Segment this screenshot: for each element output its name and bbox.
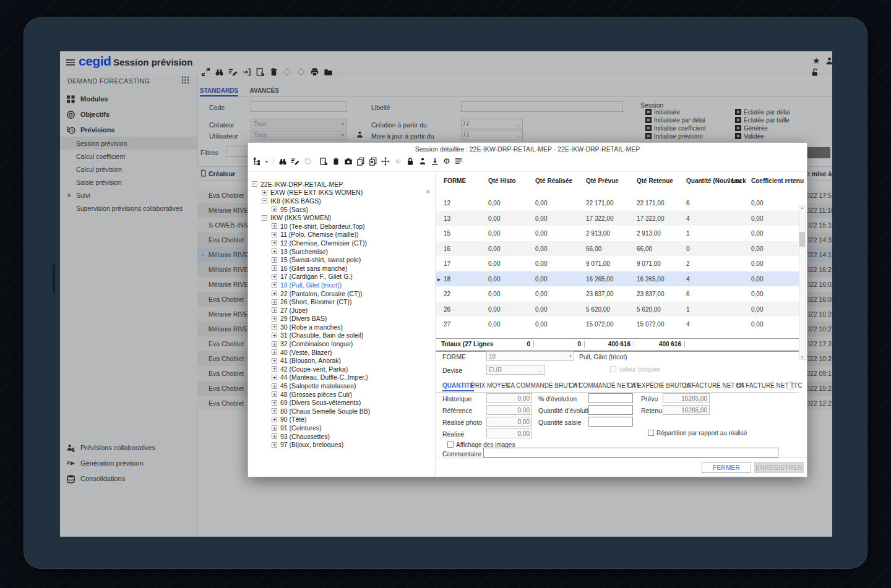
column-header[interactable]: Coefficient retenu [751,177,804,184]
tree-item[interactable]: + 12 (Chemise, Chemisier (CT)) [248,239,435,247]
valeur-bloquee-checkbox[interactable] [610,366,616,372]
tree-item[interactable]: + 90 (Tête) [248,415,435,424]
tree-item[interactable]: − IKW (IKKS WOMEN) [248,213,435,222]
list-menu-icon[interactable] [454,157,463,166]
chevron-down-icon[interactable]: ▾ [265,159,268,164]
retenu-input[interactable]: 16265,00 [663,405,710,415]
prevu-input[interactable]: 16265,00 [663,393,710,403]
column-header[interactable]: Qté Histo [488,177,515,184]
evolution-input[interactable] [588,393,633,403]
devise-select[interactable]: EUR... [486,365,545,375]
tree-expander-icon[interactable]: + [272,333,277,338]
search-binoculars-icon[interactable] [278,157,287,166]
tree-expander-icon[interactable]: − [262,215,267,221]
affichage-images-checkbox[interactable] [447,441,454,448]
tree-expander-icon[interactable]: + [272,282,277,288]
reference-input[interactable]: 0,00 [486,405,532,415]
tree-item[interactable]: + 30 (Robe a manches) [248,323,435,331]
tree-item[interactable]: + 26 (Short, Bloomer (CT)) [248,297,435,306]
table-row[interactable]: 12 0,00 0,00 22 171,00 22 171,00 6 0,00 [436,195,799,211]
tree-item[interactable]: + 42 (Coupe-vent, Parka) [248,365,435,373]
realise-photo-input[interactable]: 0,00 [486,417,532,427]
tree-expander-icon[interactable]: + [272,307,277,313]
tree-expander-icon[interactable]: + [272,366,277,372]
tree-item[interactable]: + 40 (Veste, Blazer) [248,348,435,357]
download-icon[interactable] [431,157,439,166]
realise-input[interactable]: 0,00 [486,428,532,438]
tree-expander-icon[interactable]: + [272,433,277,439]
scroll-down-icon[interactable]: ▼ [799,356,805,359]
tree-item[interactable]: − 22E-IKW-DRP-RETAIL-MEP [248,180,435,189]
settings-gear-icon[interactable]: ⚙ [443,157,450,166]
tree-expander-icon[interactable]: + [272,358,277,364]
tree-item[interactable]: + 45 (Salopette matelassee) [248,381,435,390]
tree-expander-icon[interactable]: + [272,391,277,397]
circle-chevron-icon[interactable]: › [786,381,795,390]
copy-image-icon[interactable] [369,157,377,166]
tree-item[interactable]: + 80 (Chaus Semelle Souple BB) [248,407,435,415]
tree-item[interactable]: + 44 (Manteau, Duffle-C.,Imper.) [248,373,435,382]
edit-filter-icon[interactable] [291,157,299,166]
detail-tab[interactable]: QUANTITÉ [442,382,474,391]
tree-expander-icon[interactable]: + [272,383,277,389]
tree-expander-icon[interactable]: + [272,341,277,347]
tree-expander-icon[interactable]: + [272,265,277,271]
lock-icon[interactable] [406,157,415,166]
fermer-button[interactable]: FERMER [702,462,751,473]
tree-item[interactable]: + 11 (Polo, Chemise (maille)) [248,231,435,239]
user-share-icon[interactable] [418,157,427,166]
tree-item[interactable]: + 48 (Grosses pièces Cuir) [248,390,435,399]
move-split-icon[interactable] [381,157,390,166]
tree-expander-icon[interactable]: + [272,316,277,322]
tree-expander-icon[interactable]: + [272,442,277,448]
tree-expander-icon[interactable]: + [272,240,277,245]
tree-item[interactable]: + 13 (Surchemise) [248,247,435,256]
historique-input[interactable]: 0,00 [486,393,532,403]
tree-expander-icon[interactable]: + [272,291,277,296]
tree-expander-icon[interactable]: + [272,207,277,212]
table-row[interactable]: 15 0,00 0,00 2 913,00 2 913,00 1 0,00 [436,226,799,241]
tree-item[interactable]: + 29 (Divers BAS) [248,315,435,323]
save-record-icon[interactable] [319,157,328,166]
tree-expander-icon[interactable]: + [272,417,277,422]
table-row[interactable]: 27 0,00 0,00 15 072,00 15 072,00 4 0,00 [436,317,799,332]
table-row[interactable]: 26 0,00 0,00 5 620,00 5 620,00 1 0,00 [436,302,799,317]
tree-item[interactable]: + 41 (Blouson, Anorak) [248,356,435,365]
tree-item[interactable]: + 97 (Bijoux, breloques) [248,440,435,449]
copy-icon[interactable] [356,157,365,166]
forme-select[interactable]: 18▾ [486,351,574,361]
qte-evolution-input[interactable] [588,405,633,415]
enregistrer-button[interactable]: ENREGISTRER [754,462,804,473]
tree-item[interactable]: + 32 (Combinaison longue) [248,339,435,348]
tree-item[interactable]: + 18 (Pull, Gilet (tricot)) [248,281,435,289]
tree-expander-icon[interactable]: + [272,223,277,229]
table-row[interactable]: ▸ 18 0,00 0,00 16 265,00 16 265,00 4 0,0… [436,271,799,287]
tree-view-icon[interactable] [253,157,262,166]
camera-icon[interactable] [344,157,353,166]
tree-expander-icon[interactable]: + [272,425,277,431]
tree-item[interactable]: − IK9 (IKKS BAGS) [248,197,435,205]
panel-close-icon[interactable]: × [426,188,429,195]
tree-item[interactable]: + EXW (REF EXT IKKS WOMEN) [248,189,435,197]
column-header[interactable]: FORME [444,177,466,184]
tree-expander-icon[interactable]: + [272,349,277,355]
tree-expander-icon[interactable]: − [262,198,267,203]
tree-item[interactable]: + 17 (Cardigan F., Gilet G.) [248,273,435,281]
tree-item[interactable]: + 15 (Sweat-shirt, sweat polo) [248,255,435,264]
table-row[interactable]: 16 0,00 0,00 66,00 66,00 0 0,00 [436,241,799,257]
tree-item[interactable]: + 93 (Chaussettes) [248,432,435,441]
tree-expander-icon[interactable]: + [272,408,277,414]
tree-item[interactable]: + 22 (Pantalon, Corsaire (CT)) [248,289,435,298]
tree-expander-icon[interactable]: + [272,299,277,305]
scroll-up-icon[interactable]: ▲ [799,206,805,210]
tree-expander-icon[interactable]: + [272,324,277,330]
commentaire-input[interactable] [483,448,778,458]
tree-item[interactable]: + 69 (Divers Sous-vêtements) [248,398,435,407]
qte-saisie-input[interactable] [588,417,633,427]
scrollbar-thumb[interactable] [799,232,805,247]
tree-item[interactable]: + 27 (Jupe) [248,306,435,315]
tree-item[interactable]: + 16 (Gilet sans manche) [248,264,435,273]
tree-expander-icon[interactable]: + [272,375,277,380]
tree-expander-icon[interactable]: + [272,249,277,254]
repartition-checkbox[interactable] [648,430,654,436]
